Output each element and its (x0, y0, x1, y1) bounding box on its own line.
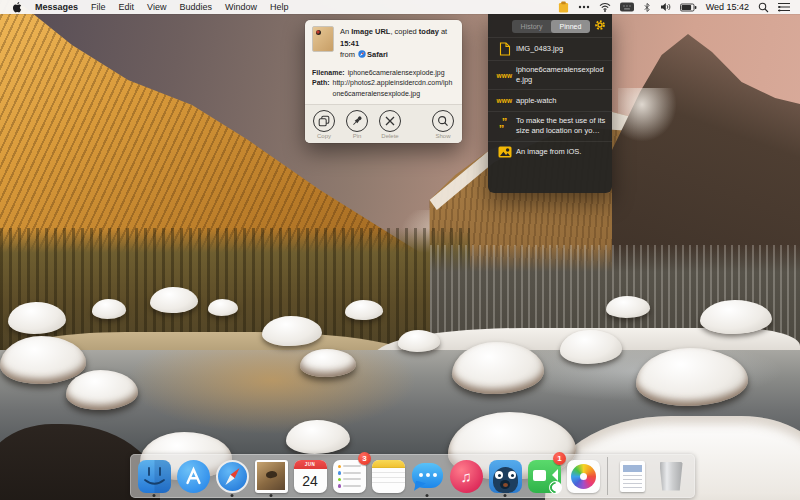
path-label: Path: (312, 78, 330, 99)
dock-photo-viewer[interactable] (253, 455, 289, 497)
running-indicator (231, 494, 234, 497)
path-value: http://photos2.appleinsidercdn.com/iphon… (333, 78, 456, 99)
bluetooth-icon[interactable] (643, 2, 651, 13)
clip-summary: An Image URL, copied today at 15:41 from… (340, 26, 455, 62)
summary-type: Image URL (351, 27, 390, 36)
notification-center-icon[interactable] (778, 2, 790, 12)
summary-when: today (419, 27, 439, 36)
menu-view[interactable]: View (147, 2, 166, 12)
wifi-icon[interactable] (599, 2, 611, 12)
dock-reminders[interactable]: 3 (331, 455, 367, 497)
dock-photos[interactable] (565, 455, 601, 497)
menu-window[interactable]: Window (225, 2, 257, 12)
safari-icon (358, 50, 366, 62)
dock-facetime[interactable]: 1 (526, 455, 562, 497)
image-icon (493, 146, 516, 158)
gear-icon[interactable] (594, 19, 606, 33)
button-label: Delete (381, 133, 398, 139)
delete-icon (379, 110, 401, 132)
dock-document[interactable] (614, 455, 650, 497)
history-pinned-segmented-control: History Pinned (512, 20, 590, 33)
filename-label: Filename: (312, 68, 345, 79)
clip-detail-popover: An Image URL, copied today at 15:41 from… (305, 20, 462, 143)
summary-text: , copied (390, 27, 418, 36)
apple-menu-icon[interactable] (12, 1, 22, 13)
filename-row: Filename: iphone6cameralensexplode.jpg (312, 68, 455, 79)
reminders-badge: 3 (358, 452, 371, 465)
dock-trash[interactable] (653, 455, 689, 497)
delete-button[interactable]: Delete (379, 110, 401, 139)
menu-file[interactable]: File (91, 2, 106, 12)
menu-help[interactable]: Help (270, 2, 289, 12)
dock-calendar[interactable]: JUN 24 (292, 455, 328, 497)
summary-text: at (439, 27, 447, 36)
summary-text: An (340, 27, 351, 36)
panel-header: History Pinned (488, 14, 612, 37)
list-item[interactable]: IMG_0483.jpg (488, 37, 612, 60)
button-label: Show (435, 133, 450, 139)
list-item[interactable]: To make the best use of its size and loc… (488, 111, 612, 140)
button-label: Pin (353, 133, 362, 139)
menu-buddies[interactable]: Buddies (179, 2, 212, 12)
tab-pinned[interactable]: Pinned (551, 20, 590, 33)
ellipsis-icon[interactable] (578, 2, 590, 12)
volume-icon[interactable] (660, 2, 671, 12)
clip-thumbnail (312, 26, 334, 52)
show-icon (432, 110, 454, 132)
list-item[interactable]: www apple-watch (488, 89, 612, 111)
menu-clock[interactable]: Wed 15:42 (706, 2, 749, 12)
list-item[interactable]: An image from iOS. (488, 141, 612, 163)
dock: JUN 24 3 ♫ 1 (130, 454, 695, 498)
calendar-month: JUN (294, 460, 327, 469)
dock-safari[interactable] (214, 455, 250, 497)
copy-icon (313, 110, 335, 132)
summary-text: from (340, 50, 357, 59)
dock-tweetbot[interactable] (487, 455, 523, 497)
menu-edit[interactable]: Edit (119, 2, 135, 12)
clipboard-app-icon[interactable] (558, 1, 569, 13)
running-indicator (270, 494, 273, 497)
running-indicator (153, 494, 156, 497)
filename-value: iphone6cameralensexplode.jpg (348, 68, 445, 79)
running-indicator (504, 494, 507, 497)
dock-itunes[interactable]: ♫ (448, 455, 484, 497)
dock-app-store[interactable] (175, 455, 211, 497)
menu-bar: Messages File Edit View Buddies Window H… (0, 0, 800, 14)
www-icon: www (493, 97, 516, 104)
clip-text: To make the best use of its size and loc… (516, 116, 607, 136)
pin-icon (346, 110, 368, 132)
clip-text: apple-watch (516, 96, 607, 106)
popover-actions: Copy Pin Delete Show (305, 104, 462, 143)
clip-text: An image from iOS. (516, 147, 607, 157)
dock-messages[interactable] (409, 455, 445, 497)
clip-text: iphone6cameralensexplode.jpg (516, 65, 607, 85)
running-indicator (426, 494, 429, 497)
menu-app-name[interactable]: Messages (35, 2, 78, 12)
copy-button[interactable]: Copy (313, 110, 335, 139)
battery-icon[interactable] (680, 3, 697, 12)
button-label: Copy (317, 133, 331, 139)
path-row: Path: http://photos2.appleinsidercdn.com… (312, 78, 455, 99)
facetime-badge: 1 (553, 452, 566, 465)
dock-notes[interactable] (370, 455, 406, 497)
document-icon (493, 42, 516, 56)
www-icon: www (493, 72, 516, 79)
spotlight-icon[interactable] (758, 2, 769, 13)
list-item[interactable]: www iphone6cameralensexplode.jpg (488, 60, 612, 89)
dock-divider (607, 457, 608, 495)
tab-history[interactable]: History (512, 20, 551, 33)
show-button[interactable]: Show (432, 110, 454, 139)
summary-time: 15:41 (340, 39, 359, 48)
keyboard-icon[interactable] (620, 2, 634, 12)
pin-button[interactable]: Pin (346, 110, 368, 139)
quote-icon (493, 119, 516, 133)
clipboard-history-panel: History Pinned IMG_0483.jpg www iphone6c… (488, 14, 612, 193)
clip-text: IMG_0483.jpg (516, 44, 607, 54)
summary-source: Safari (367, 50, 388, 59)
calendar-day: 24 (294, 469, 327, 493)
dock-finder[interactable] (136, 455, 172, 497)
